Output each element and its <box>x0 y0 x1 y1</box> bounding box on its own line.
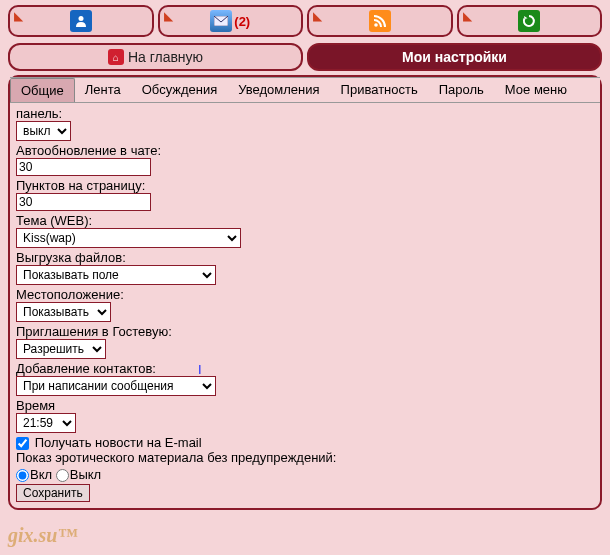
contacts-select[interactable]: При написании сообщения <box>16 376 216 396</box>
erotic-off-radio[interactable] <box>56 469 69 482</box>
perpage-label: Пунктов на страницу: <box>16 178 594 193</box>
svg-point-2 <box>374 23 378 27</box>
subtab-discussions[interactable]: Обсуждения <box>132 78 229 102</box>
subtab-notifications[interactable]: Уведомления <box>228 78 330 102</box>
email-news-label: Получать новости на E-mail <box>35 435 202 450</box>
tab-profile[interactable]: ◣ <box>8 5 154 37</box>
upload-select[interactable]: Показывать поле <box>16 265 216 285</box>
refresh-icon <box>518 10 540 32</box>
watermark: gix.su™ <box>8 524 77 547</box>
guest-label: Приглашения в Гостевую: <box>16 324 594 339</box>
autorefresh-input[interactable] <box>16 158 151 176</box>
tab-messages[interactable]: ◣ (2) <box>158 5 304 37</box>
corner-indicator: ◣ <box>313 9 322 23</box>
location-label: Местоположение: <box>16 287 594 302</box>
perpage-input[interactable] <box>16 193 151 211</box>
rss-icon <box>369 10 391 32</box>
message-count: (2) <box>234 14 250 29</box>
home-button[interactable]: ⌂ На главную <box>8 43 303 71</box>
erotic-on-radio[interactable] <box>16 469 29 482</box>
corner-indicator: ◣ <box>463 9 472 23</box>
subtab-general[interactable]: Общие <box>10 78 75 102</box>
profile-icon <box>70 10 92 32</box>
email-news-checkbox[interactable] <box>16 437 29 450</box>
subtab-mymenu[interactable]: Мое меню <box>495 78 578 102</box>
time-select[interactable]: 21:59 <box>16 413 76 433</box>
guest-select[interactable]: Разрешить <box>16 339 106 359</box>
subtab-password[interactable]: Пароль <box>429 78 495 102</box>
save-button[interactable]: Сохранить <box>16 484 90 502</box>
svg-point-0 <box>78 16 83 21</box>
erotic-label: Показ эротического материала без предупр… <box>16 450 594 465</box>
corner-indicator: ◣ <box>14 9 23 23</box>
theme-select[interactable]: Kiss(wap) <box>16 228 241 248</box>
contacts-label: Добавление контактов: <box>16 361 594 376</box>
location-select[interactable]: Показывать <box>16 302 111 322</box>
home-icon: ⌂ <box>108 49 124 65</box>
tab-refresh[interactable]: ◣ <box>457 5 603 37</box>
theme-label: Тема (WEB): <box>16 213 594 228</box>
settings-label: Мои настройки <box>402 49 507 65</box>
subtab-feed[interactable]: Лента <box>75 78 132 102</box>
mail-icon <box>210 10 232 32</box>
tab-rss[interactable]: ◣ <box>307 5 453 37</box>
subtab-privacy[interactable]: Приватность <box>331 78 429 102</box>
time-label: Время <box>16 398 594 413</box>
corner-indicator: ◣ <box>164 9 173 23</box>
panel-select[interactable]: выкл <box>16 121 71 141</box>
radio-off-label: Выкл <box>70 467 101 482</box>
my-settings-button[interactable]: Мои настройки <box>307 43 602 71</box>
upload-label: Выгрузка файлов: <box>16 250 594 265</box>
autorefresh-label: Автообновление в чате: <box>16 143 594 158</box>
panel-label: панель: <box>16 106 594 121</box>
radio-on-label: Вкл <box>30 467 52 482</box>
home-label: На главную <box>128 49 203 65</box>
